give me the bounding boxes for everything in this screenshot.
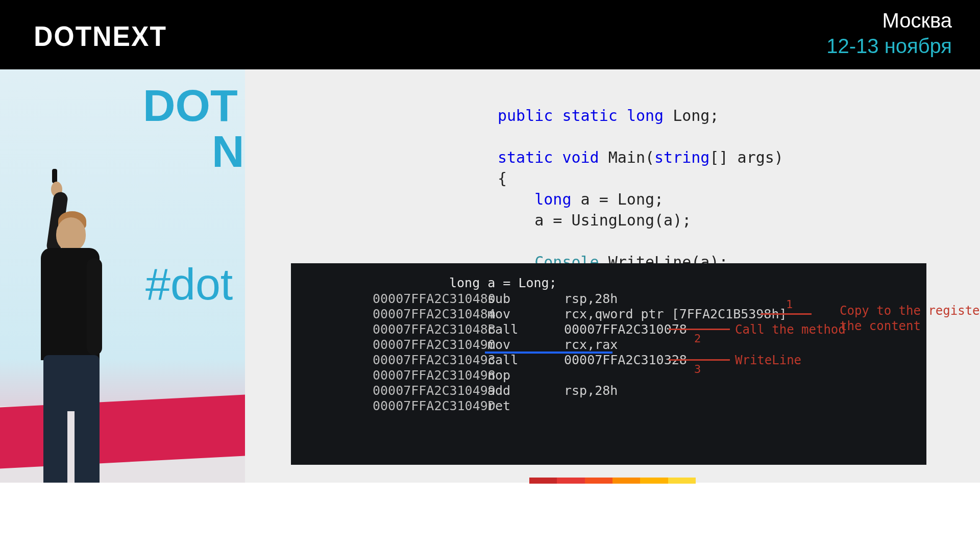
header-bar: DOTNEXT Москва 12-13 ноября	[0, 0, 980, 69]
asm-op: call	[487, 322, 564, 337]
presentation-slide: public static long Long; static void Mai…	[245, 69, 980, 483]
asm-row: 00007FFA2C310484movrcx,qword ptr [7FFA2C…	[373, 307, 787, 322]
asm-op: mov	[487, 337, 564, 353]
presenter-remote-icon	[52, 169, 57, 183]
asm-addr: 00007FFA2C31049D	[373, 398, 487, 414]
annotation-line-2	[669, 329, 730, 330]
annotation-line-3	[669, 359, 730, 361]
asm-op: add	[487, 383, 564, 398]
footer-color-strip	[529, 478, 696, 484]
asm-addr: 00007FFA2C310498	[373, 368, 487, 383]
kw-static2: static	[498, 148, 553, 166]
backdrop-logo-line1: DOT	[143, 80, 238, 132]
kw-public: public	[498, 107, 553, 124]
asm-addr: 00007FFA2C310484	[373, 307, 487, 322]
asm-row: 00007FFA2C310498nop	[373, 368, 787, 383]
asm-arg: rcx,rax	[564, 337, 618, 353]
strip-seg	[668, 478, 696, 484]
asm-addr: 00007FFA2C310493	[373, 353, 487, 368]
fn-main-open: Main(	[599, 148, 654, 166]
annotation-num-1: 1	[786, 298, 793, 311]
speaker-arm-down	[87, 258, 102, 355]
annotation-text-1: Copy to the register the content	[840, 303, 980, 334]
asm-arg: rsp,28h	[564, 383, 618, 398]
stmt-assign: a = Long;	[572, 190, 664, 208]
strip-seg	[640, 478, 668, 484]
speaker-figure	[20, 197, 107, 483]
asm-row: 00007FFA2C31049Dret	[373, 398, 787, 414]
kw-static: static	[562, 107, 617, 124]
asm-source-line: long a = Long;	[449, 276, 557, 290]
stmt-usinglong: a = UsingLong(a);	[498, 211, 691, 229]
fn-main-rest: [] args)	[709, 148, 783, 166]
kw-long: long	[627, 107, 664, 124]
asm-addr: 00007FFA2C310480	[373, 291, 487, 307]
asm-op: call	[487, 353, 564, 368]
header-dates: 12-13 ноября	[826, 35, 952, 58]
asm-row: 00007FFA2C310480subrsp,28h	[373, 291, 787, 307]
presentation-frame: DOTNEXT Москва 12-13 ноября DOT NE #dot …	[0, 0, 980, 551]
asm-row: 00007FFA2C310499addrsp,28h	[373, 383, 787, 398]
asm-op: sub	[487, 291, 564, 307]
speaker-leg-gap	[67, 411, 75, 483]
asm-arg: rcx,qword ptr [7FFA2C1B5398h]	[564, 307, 787, 322]
kw-void: void	[562, 148, 599, 166]
speaker-camera-feed: DOT NE #dot	[0, 69, 245, 483]
strip-seg	[557, 478, 584, 484]
annotation-line-1	[761, 313, 812, 315]
asm-op: nop	[487, 368, 564, 383]
strip-seg	[612, 478, 640, 484]
ident-long: Long;	[664, 107, 719, 124]
header-city: Москва	[882, 9, 952, 32]
annotation-text-3: WriteLine	[735, 353, 801, 368]
strip-seg	[585, 478, 612, 484]
asm-addr: 00007FFA2C310499	[373, 383, 487, 398]
highlight-underline	[485, 352, 612, 354]
asm-addr: 00007FFA2C310490	[373, 337, 487, 353]
conference-logo: DOTNEXT	[34, 19, 167, 53]
asm-op: mov	[487, 307, 564, 322]
asm-addr: 00007FFA2C31048B	[373, 322, 487, 337]
annotation-num-3: 3	[694, 363, 701, 375]
backdrop-hashtag: #dot	[145, 258, 233, 310]
backdrop-logo-line2: NE	[212, 126, 245, 178]
brace-open: {	[498, 169, 507, 187]
asm-row: 00007FFA2C310490movrcx,rax	[373, 337, 787, 353]
annotation-num-2: 2	[694, 332, 701, 345]
ty-string: string	[654, 148, 709, 166]
disassembly-panel: long a = Long; 00007FFA2C310480subrsp,28…	[291, 263, 926, 465]
strip-seg	[529, 478, 557, 484]
kw-long2: long	[534, 190, 571, 208]
annotation-text-2: Call the method	[735, 322, 846, 337]
asm-arg: rsp,28h	[564, 291, 618, 307]
speaker-head	[56, 217, 86, 251]
asm-op: ret	[487, 398, 564, 414]
